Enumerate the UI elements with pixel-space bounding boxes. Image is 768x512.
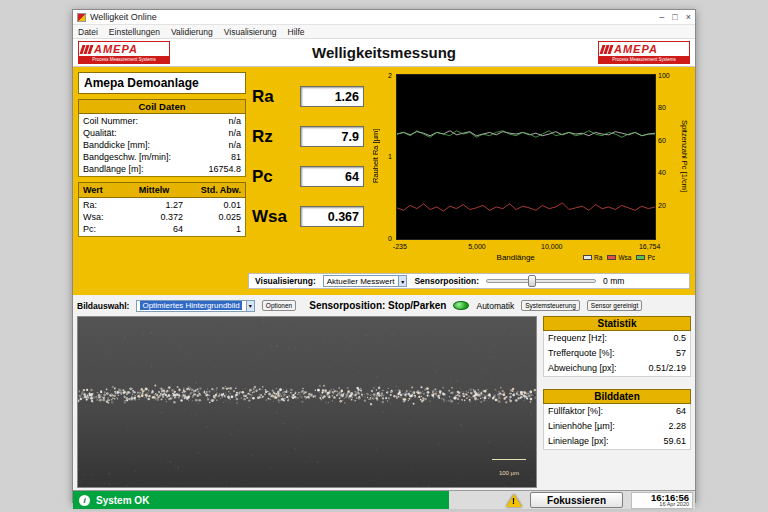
chart-ylabel-left: Rauheit Ra [µm]	[371, 72, 380, 240]
scale-bar-line	[492, 459, 526, 460]
bilddaten-row-linienlage: Linienlage [px]:59.61	[543, 434, 691, 450]
menu-item-datei[interactable]: Datei	[78, 27, 98, 37]
system-status: i System OK	[73, 491, 449, 509]
app-header: AMEPA Process Measurement Systems Wellig…	[73, 39, 695, 67]
sensorposition-status-label: Sensorposition: Stop/Parken	[309, 300, 446, 311]
bilddaten-row-linienhoehe: Linienhöhe [µm]:2.28	[543, 419, 691, 434]
legend-swatch-pc	[636, 255, 645, 260]
waviness-chart: Rauheit Ra [µm] 2 1 0 100 80 60 40 20 -2…	[370, 72, 690, 270]
status-text: System OK	[96, 495, 149, 506]
fokussieren-button[interactable]: Fokussieren	[530, 492, 623, 508]
chart-ylabel-right: Spitzenzahl Pc [1/cm]	[680, 72, 689, 240]
automatik-label: Automatik	[476, 301, 514, 311]
right-stats-column: Statistik Frequenz [Hz]:0.5 Trefferquote…	[543, 316, 691, 488]
visualisierung-row: Visualisierung: Aktueller Messwert ▾ Sen…	[248, 273, 690, 289]
legend-item-wsa: Wsa	[607, 254, 631, 261]
bildauswahl-dropdown[interactable]: Optimiertes Hintergrundbild ▾	[136, 300, 254, 312]
app-window: Welligkeit Online – □ × Datei Einstellun…	[72, 9, 696, 503]
image-controls-row: Bildauswahl: Optimiertes Hintergrundbild…	[77, 297, 691, 314]
amepa-stripes-icon	[601, 45, 612, 54]
measurement-section: Amepa Demoanlage Coil Daten Coil Nummer:…	[73, 67, 695, 295]
menu-item-einstellungen[interactable]: Einstellungen	[109, 27, 160, 37]
close-button[interactable]: ×	[686, 13, 691, 22]
menu-bar: Datei Einstellungen Validierung Visualis…	[73, 25, 695, 39]
status-bar: i System OK Fokussieren 16:16:56 16 Apr …	[73, 490, 695, 509]
readout-wsa-value: 0.367	[300, 206, 364, 227]
left-info-column: Amepa Demoanlage Coil Daten Coil Nummer:…	[78, 72, 246, 270]
live-readouts: Ra 1.26 Rz 7.9 Pc 64 Wsa 0.367	[252, 72, 364, 270]
statistik-panel: Statistik Frequenz [Hz]:0.5 Trefferquote…	[543, 316, 691, 377]
readout-ra: Ra 1.26	[252, 86, 364, 107]
coil-row-qualitaet: Qualität:n/a	[83, 127, 241, 139]
coil-row-banddicke: Banddicke [mm]:n/a	[83, 139, 241, 151]
statistik-header: Statistik	[543, 316, 691, 331]
scale-bar-label: 100 µm	[499, 470, 519, 476]
legend-swatch-wsa	[607, 255, 616, 260]
wert-table: Wert Mittelw Std. Abw. Ra:1.270.01 Wsa:0…	[78, 182, 246, 237]
wert-table-header: Wert Mittelw Std. Abw.	[78, 182, 246, 198]
readout-rz: Rz 7.9	[252, 126, 364, 147]
wert-row-ra: Ra:1.270.01	[83, 199, 241, 211]
bilddaten-row-fuellfaktor: Füllfaktor [%]:64	[543, 404, 691, 419]
title-bar[interactable]: Welligkeit Online – □ ×	[73, 10, 695, 25]
plant-name: Amepa Demoanlage	[78, 72, 246, 94]
info-icon: i	[79, 495, 90, 506]
wert-row-pc: Pc:641	[83, 223, 241, 235]
slider-thumb[interactable]	[528, 275, 536, 287]
chevron-down-icon[interactable]: ▾	[398, 276, 406, 286]
clock-date: 16 Apr 2020	[635, 502, 689, 508]
sensor-gereinigt-button[interactable]: Sensor gereinigt	[587, 300, 642, 311]
statistik-row-trefferquote: Trefferquote [%]:57	[543, 346, 691, 361]
bilddaten-header: Bilddaten	[543, 389, 691, 404]
camera-section: Bildauswahl: Optimiertes Hintergrundbild…	[73, 295, 695, 490]
legend-item-pc: Pc	[636, 254, 655, 261]
legend-item-ra: Ra	[583, 254, 602, 261]
sensorposition-value: 0 mm	[603, 276, 624, 286]
amepa-logo-subtitle: Process Measurement Systems	[599, 56, 689, 63]
sensorposition-slider[interactable]	[486, 279, 596, 283]
statistik-row-abweichung: Abweichung [px]:0.51/2.19	[543, 361, 691, 377]
camera-image: 100 µm	[77, 316, 537, 488]
page-title: Welligkeitsmessung	[312, 44, 456, 61]
minimize-button[interactable]: –	[659, 13, 664, 22]
clock: 16:16:56 16 Apr 2020	[631, 492, 693, 509]
visualisierung-label: Visualisierung:	[255, 276, 316, 286]
coil-daten-header: Coil Daten	[78, 99, 246, 114]
readout-rz-value: 7.9	[300, 126, 364, 147]
bilddaten-panel: Bilddaten Füllfaktor [%]:64 Linienhöhe […	[543, 389, 691, 450]
app-icon	[77, 13, 86, 22]
warning-icon[interactable]	[506, 494, 522, 507]
readout-wsa: Wsa 0.367	[252, 206, 364, 227]
amepa-brand-text: AMEPA	[94, 43, 138, 55]
chart-plot-svg	[397, 75, 655, 239]
readout-pc-value: 64	[300, 166, 364, 187]
desktop-background: Welligkeit Online – □ × Datei Einstellun…	[0, 0, 768, 512]
sensorposition-label: Sensorposition:	[414, 276, 479, 286]
coil-row-nummer: Coil Nummer:n/a	[83, 115, 241, 127]
window-title: Welligkeit Online	[90, 12, 659, 22]
coil-row-bandgeschw: Bandgeschw. [m/min]:81	[83, 151, 241, 163]
readout-ra-value: 1.26	[300, 86, 364, 107]
menu-item-hilfe[interactable]: Hilfe	[288, 27, 305, 37]
wert-row-wsa: Wsa:0.3720.025	[83, 211, 241, 223]
legend-swatch-ra	[583, 255, 592, 260]
visualisierung-dropdown[interactable]: Aktueller Messwert ▾	[323, 275, 408, 287]
systemsteuerung-button[interactable]: Systemsteuerung	[521, 300, 580, 311]
chart-plot-area: 2 1 0 100 80 60 40 20 -235 5,000 10,000 …	[396, 74, 656, 240]
menu-item-validierung[interactable]: Validierung	[171, 27, 213, 37]
menu-item-visualisierung[interactable]: Visualisierung	[224, 27, 277, 37]
maximize-button[interactable]: □	[672, 13, 677, 22]
chart-legend: Ra Wsa Pc	[583, 254, 655, 261]
chart-xlabel: Bandlänge	[497, 253, 535, 262]
amepa-brand-text: AMEPA	[614, 43, 658, 55]
amepa-logo-left: AMEPA Process Measurement Systems	[78, 41, 170, 64]
readout-pc: Pc 64	[252, 166, 364, 187]
camera-speckle-svg	[78, 317, 536, 487]
optionen-button[interactable]: Optionen	[262, 300, 296, 311]
bildauswahl-label: Bildauswahl:	[77, 301, 129, 311]
chevron-down-icon[interactable]: ▾	[246, 301, 254, 311]
automatik-led-icon	[453, 301, 469, 310]
amepa-stripes-icon	[81, 45, 92, 54]
statistik-row-frequenz: Frequenz [Hz]:0.5	[543, 331, 691, 346]
coil-row-bandlaenge: Bandlänge [m]:16754.8	[83, 163, 241, 175]
